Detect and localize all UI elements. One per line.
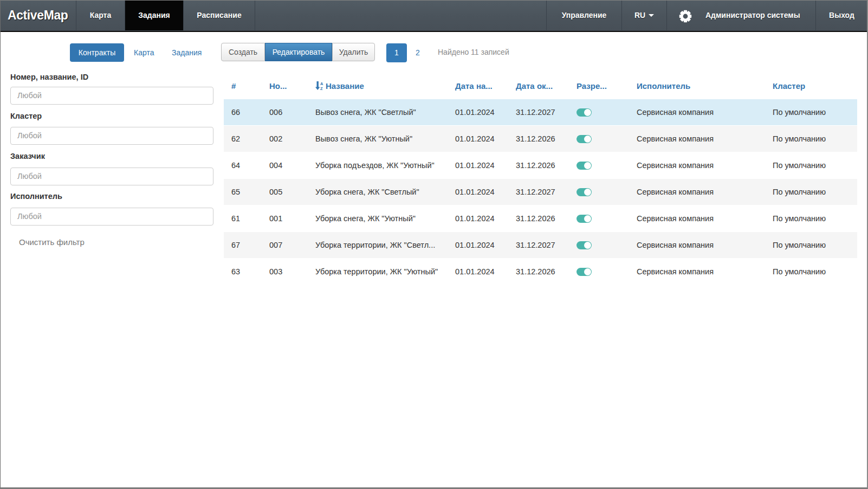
svg-text:Z: Z bbox=[320, 86, 323, 91]
svg-text:A: A bbox=[320, 81, 323, 86]
